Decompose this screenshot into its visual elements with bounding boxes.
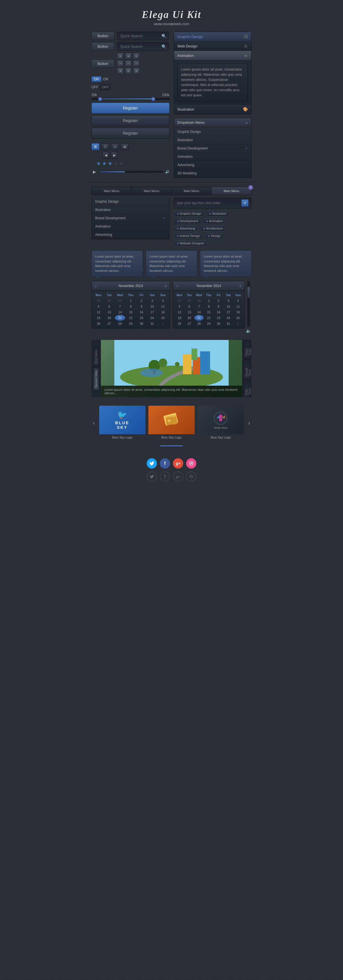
- cal-cell[interactable]: 20: [104, 315, 114, 321]
- cal-cell[interactable]: 29: [94, 298, 104, 304]
- cal2-cell[interactable]: 29: [204, 321, 213, 326]
- register-button-2[interactable]: Register: [92, 115, 170, 126]
- cal2-cell[interactable]: 16: [214, 309, 223, 315]
- list-item-graphic-design[interactable]: Graphic Design 🖼: [174, 32, 251, 41]
- cal2-cell[interactable]: 7: [194, 304, 203, 309]
- cal2-cell[interactable]: 29: [175, 298, 184, 304]
- button-1[interactable]: Button: [92, 32, 114, 40]
- cal-cell[interactable]: 22: [126, 315, 136, 321]
- register-button-3[interactable]: Register: [92, 128, 170, 138]
- slider-tab-4[interactable]: Fourth Slider: [244, 359, 250, 379]
- cal-cell[interactable]: 3: [147, 298, 157, 304]
- cal2-cell[interactable]: 3: [224, 298, 233, 304]
- search-icon-2[interactable]: 🔍: [162, 44, 166, 49]
- cal2-cell[interactable]: 27: [185, 321, 194, 326]
- social-dribbble-filled[interactable]: [186, 458, 196, 469]
- cal2-cell[interactable]: 17: [224, 309, 233, 315]
- social-google-outline[interactable]: g+: [173, 471, 183, 482]
- cal-cell[interactable]: 29: [104, 298, 114, 304]
- dropdown-item-graphic[interactable]: Graphic Design: [174, 128, 251, 136]
- social-facebook-outline[interactable]: f: [160, 471, 170, 482]
- cal2-cell[interactable]: 5: [175, 304, 184, 309]
- cal-cell[interactable]: 30: [115, 298, 125, 304]
- progress-track[interactable]: [100, 171, 163, 173]
- minus-icon-1[interactable]: −: [117, 60, 124, 67]
- tag-input[interactable]: [177, 201, 242, 205]
- dropdown-header[interactable]: Dropdown Menu ⬦: [174, 118, 252, 127]
- cal2-cell[interactable]: 4: [233, 298, 243, 304]
- cal2-cell[interactable]: 29: [185, 298, 194, 304]
- dropdown-item-brand[interactable]: Brand Development ✓: [174, 144, 251, 153]
- cal2-cell[interactable]: 30: [194, 298, 203, 304]
- cal-cell[interactable]: 18: [158, 309, 168, 315]
- tag-animation[interactable]: Animation: [203, 218, 226, 224]
- list-view-icon[interactable]: ☰: [101, 143, 109, 150]
- left-menu-advertising[interactable]: Advertising: [92, 231, 169, 239]
- cal2-cell[interactable]: 2: [214, 298, 223, 304]
- plus-icon-2[interactable]: +: [125, 53, 132, 59]
- play-button[interactable]: ▶: [92, 169, 97, 175]
- portfolio-item-3[interactable]: Design Week Blue Sky Logo: [197, 406, 244, 440]
- portfolio-item-2[interactable]: Blue Sky Logo: [148, 406, 195, 440]
- tag-add-button[interactable]: +: [241, 200, 248, 207]
- cal-cell[interactable]: 5: [94, 304, 104, 309]
- cal-cell[interactable]: 25: [158, 315, 168, 321]
- tag-illustration[interactable]: Illustration: [206, 211, 230, 216]
- tab-4[interactable]: Main Menu 7: [211, 187, 251, 195]
- cal2-cell[interactable]: 28: [194, 321, 203, 326]
- cal-cell[interactable]: 9: [137, 304, 147, 309]
- cal2-cell[interactable]: 11: [233, 304, 243, 309]
- cal-prev-2[interactable]: ‹: [177, 283, 178, 288]
- social-dribbble-outline[interactable]: [186, 471, 196, 482]
- plus-icon-1[interactable]: +: [117, 53, 124, 59]
- cal-cell[interactable]: 29: [126, 321, 136, 326]
- cal-cell[interactable]: 30: [137, 321, 147, 326]
- list-item-illustration[interactable]: Illustration 🎨: [174, 105, 251, 114]
- tag-website-designer[interactable]: Website Designer: [174, 240, 208, 246]
- cal-cell[interactable]: 23: [137, 315, 147, 321]
- dropdown-item-illustration[interactable]: Illustration: [174, 136, 251, 144]
- scrollbar[interactable]: [247, 281, 250, 327]
- star-2[interactable]: ★: [102, 161, 106, 167]
- cal2-cell[interactable]: 12: [175, 309, 184, 315]
- social-twitter-outline[interactable]: [147, 471, 157, 482]
- button-2[interactable]: Button: [92, 42, 114, 51]
- media-view-icon[interactable]: ▣: [121, 143, 129, 150]
- list-item-web-design[interactable]: Web Design 🖥: [174, 41, 251, 51]
- left-menu-animation[interactable]: Animation: [92, 223, 169, 231]
- social-google-filled[interactable]: g+: [173, 458, 183, 469]
- cal2-cell[interactable]: 8: [204, 304, 213, 309]
- cal-cell[interactable]: 2: [137, 298, 147, 304]
- range-thumb-left[interactable]: [98, 97, 102, 101]
- social-twitter-filled[interactable]: [147, 458, 157, 469]
- x-icon-1[interactable]: ×: [117, 68, 124, 74]
- grid-view-icon[interactable]: ⊞: [92, 143, 100, 150]
- cal2-cell[interactable]: 10: [224, 304, 233, 309]
- x-icon-2[interactable]: ×: [125, 68, 132, 74]
- tag-graphic-design[interactable]: Graphic Design: [174, 211, 205, 216]
- cal2-cell[interactable]: 31: [224, 321, 233, 326]
- tag-interior-design[interactable]: Interior Design: [174, 233, 203, 239]
- cal-cell[interactable]: 16: [137, 309, 147, 315]
- cal-cell-today[interactable]: 21: [115, 315, 125, 321]
- cal-next-2[interactable]: ›: [240, 283, 241, 288]
- sound-icon[interactable]: 🔈: [246, 328, 251, 333]
- cal2-cell[interactable]: 1: [204, 298, 213, 304]
- star-1[interactable]: ★: [96, 161, 101, 167]
- cal2-cell[interactable]: 15: [204, 309, 213, 315]
- plus-icon-3[interactable]: +: [133, 53, 140, 59]
- tab-3[interactable]: Main Menu: [172, 187, 212, 195]
- cal2-cell[interactable]: 30: [214, 321, 223, 326]
- range-track[interactable]: [92, 98, 170, 100]
- cal-cell[interactable]: 27: [104, 321, 114, 326]
- cal-cell[interactable]: 31: [147, 321, 157, 326]
- cal-cell[interactable]: 26: [94, 321, 104, 326]
- cal2-cell[interactable]: 23: [214, 315, 223, 321]
- slider-tab-1[interactable]: First Slider: [93, 347, 99, 366]
- tag-development[interactable]: Development: [174, 218, 202, 224]
- list-item-animation[interactable]: Animation ▶: [174, 51, 251, 60]
- slider-tab-2[interactable]: Second Slider: [93, 367, 99, 390]
- search-icon-1[interactable]: 🔍: [162, 34, 166, 38]
- cal2-cell-today[interactable]: 21: [194, 315, 203, 321]
- cal-cell[interactable]: 4: [158, 298, 168, 304]
